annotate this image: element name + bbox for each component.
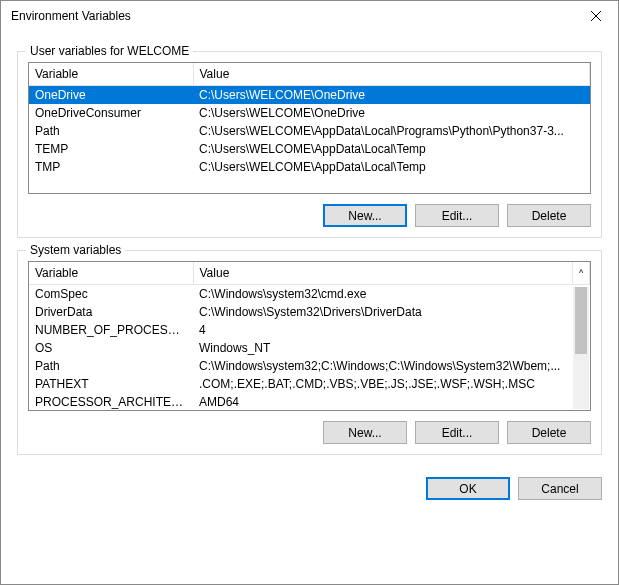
cell-value: .COM;.EXE;.BAT;.CMD;.VBS;.VBE;.JS;.JSE;.… [193,375,590,393]
user-variables-group: User variables for WELCOME Variable Valu… [17,51,602,238]
table-row[interactable]: OneDriveConsumer C:\Users\WELCOME\OneDri… [29,104,590,122]
user-new-button[interactable]: New... [323,204,407,227]
user-header-variable[interactable]: Variable [29,63,193,86]
system-delete-button[interactable]: Delete [507,421,591,444]
window-title: Environment Variables [11,9,131,23]
cell-variable: DriverData [29,303,193,321]
cell-variable: PATHEXT [29,375,193,393]
table-row[interactable]: Path C:\Users\WELCOME\AppData\Local\Prog… [29,122,590,140]
table-row[interactable]: TMP C:\Users\WELCOME\AppData\Local\Temp [29,158,590,176]
cell-variable: ComSpec [29,285,193,304]
cell-value: C:\Windows\system32\cmd.exe [193,285,590,304]
cell-variable: OneDriveConsumer [29,104,193,122]
cell-variable: PROCESSOR_ARCHITECTURE [29,393,193,411]
table-row[interactable]: TEMP C:\Users\WELCOME\AppData\Local\Temp [29,140,590,158]
cell-variable: OS [29,339,193,357]
table-row[interactable]: NUMBER_OF_PROCESSORS 4 [29,321,590,339]
titlebar: Environment Variables [1,1,618,31]
user-delete-button[interactable]: Delete [507,204,591,227]
system-header-value[interactable]: Value [193,262,573,285]
ok-button[interactable]: OK [426,477,510,500]
cell-value: C:\Users\WELCOME\OneDrive [193,86,590,105]
table-row[interactable]: PROCESSOR_ARCHITECTURE AMD64 [29,393,590,411]
cell-variable: NUMBER_OF_PROCESSORS [29,321,193,339]
system-scrollbar[interactable] [573,287,589,409]
cell-value: C:\Windows\system32;C:\Windows;C:\Window… [193,357,590,375]
cell-variable: TMP [29,158,193,176]
cell-value: Windows_NT [193,339,590,357]
system-variables-group: System variables Variable Value ^ ComSpe… [17,250,602,455]
cell-variable: Path [29,122,193,140]
table-row[interactable]: DriverData C:\Windows\System32\Drivers\D… [29,303,590,321]
cell-value: AMD64 [193,393,590,411]
user-variables-table[interactable]: Variable Value OneDrive C:\Users\WELCOME… [28,62,591,194]
scroll-thumb[interactable] [575,287,587,354]
system-variables-label: System variables [26,243,125,257]
close-button[interactable] [573,1,618,31]
header-spacer: ^ [573,262,590,285]
table-row[interactable]: Path C:\Windows\system32;C:\Windows;C:\W… [29,357,590,375]
system-header-variable[interactable]: Variable [29,262,193,285]
cell-value: 4 [193,321,590,339]
table-row[interactable]: OS Windows_NT [29,339,590,357]
table-row[interactable]: ComSpec C:\Windows\system32\cmd.exe [29,285,590,304]
table-row[interactable]: OneDrive C:\Users\WELCOME\OneDrive [29,86,590,105]
cell-value: C:\Users\WELCOME\OneDrive [193,104,590,122]
cell-value: C:\Users\WELCOME\AppData\Local\Temp [193,158,590,176]
cancel-button[interactable]: Cancel [518,477,602,500]
close-icon [591,11,601,21]
cell-variable: Path [29,357,193,375]
cell-variable: OneDrive [29,86,193,105]
user-edit-button[interactable]: Edit... [415,204,499,227]
system-variables-table[interactable]: Variable Value ^ ComSpec C:\Windows\syst… [28,261,591,411]
system-edit-button[interactable]: Edit... [415,421,499,444]
cell-value: C:\Users\WELCOME\AppData\Local\Programs\… [193,122,590,140]
table-row[interactable]: PATHEXT .COM;.EXE;.BAT;.CMD;.VBS;.VBE;.J… [29,375,590,393]
cell-value: C:\Users\WELCOME\AppData\Local\Temp [193,140,590,158]
user-header-value[interactable]: Value [193,63,590,86]
system-new-button[interactable]: New... [323,421,407,444]
cell-value: C:\Windows\System32\Drivers\DriverData [193,303,590,321]
user-variables-label: User variables for WELCOME [26,44,193,58]
cell-variable: TEMP [29,140,193,158]
